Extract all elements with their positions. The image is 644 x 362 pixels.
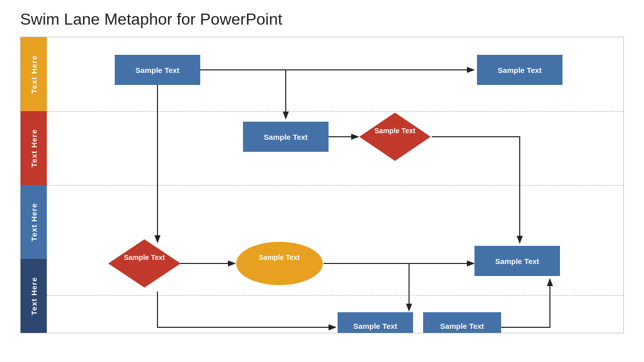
- lane-label-3: Text Here: [21, 185, 47, 259]
- diagram: Text Here Text Here Text Here Text Here: [20, 37, 624, 333]
- lane-label-2: Text Here: [21, 111, 47, 185]
- divider-2: [47, 185, 623, 186]
- lanes-column: Text Here Text Here Text Here Text Here: [21, 37, 47, 333]
- svg-point-9: [236, 242, 323, 285]
- divider-3: [47, 295, 623, 296]
- svg-marker-7: [359, 113, 431, 161]
- rect-3: Sample Text: [243, 122, 329, 152]
- rect-1: Sample Text: [115, 55, 200, 85]
- lane-label-1: Text Here: [21, 37, 47, 111]
- rect-5: Sample Text: [338, 312, 413, 333]
- divider-1: [47, 111, 623, 112]
- rect-6: Sample Text: [423, 312, 501, 333]
- diagram-content: Sample Text Sample Text Sample Text Samp…: [47, 37, 623, 333]
- page-title: Swim Lane Metaphor for PowerPoint: [20, 10, 624, 29]
- ellipse-1: Sample Text: [235, 241, 324, 286]
- rect-2: Sample Text: [477, 55, 562, 85]
- diamond-2: Sample Text: [107, 238, 182, 289]
- diamond-1: Sample Text: [359, 112, 432, 162]
- rect-4: Sample Text: [474, 246, 560, 276]
- lane-label-4: Text Here: [21, 259, 47, 333]
- svg-marker-8: [108, 239, 181, 288]
